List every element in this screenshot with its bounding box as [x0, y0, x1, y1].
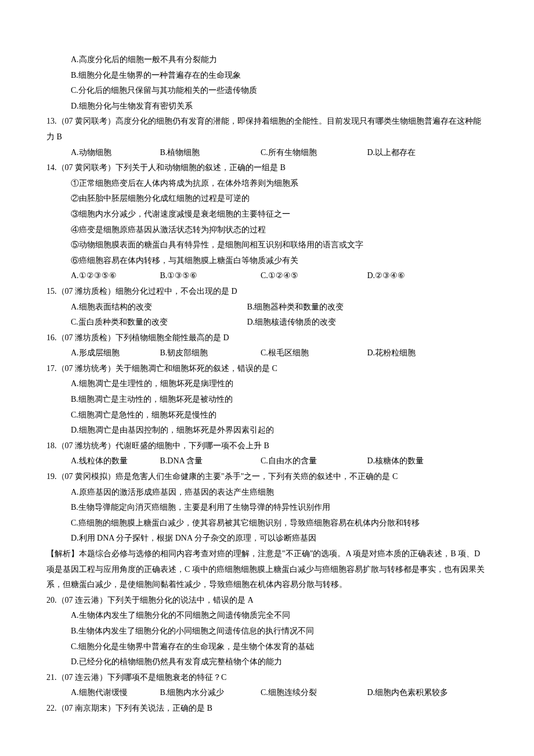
q14-opt-c: C.①②④⑤: [261, 268, 365, 284]
q21-opt-a: A.细胞代谢缓慢: [71, 685, 158, 701]
q17-opt-b: B.细胞凋亡是主动性的，细胞坏死是被动性的: [46, 392, 488, 408]
q18-stem: 18.（07 潍坊统考）代谢旺盛的细胞中，下列哪一项不会上升 B: [46, 438, 488, 454]
q20-opt-c: C.细胞分化是生物界中普遍存在的生命现象，是生物个体发育的基础: [46, 639, 488, 655]
q13-opt-b: B.植物细胞: [160, 145, 259, 161]
q13-stem: 13.（07 黄冈联考）高度分化的细胞仍有发育的潜能，即保持着细胞的全能性。目前…: [46, 114, 488, 145]
q15-row1: A.细胞表面结构的改变 B.细胞器种类和数量的改变: [46, 300, 488, 315]
q14-options: A.①②③⑤⑥ B.①③⑤⑥ C.①②④⑤ D.②③④⑥: [46, 268, 488, 284]
pre-option-d: D.细胞分化与生物发育有密切关系: [46, 99, 488, 114]
q18-opt-a: A.线粒体的数量: [71, 453, 158, 469]
q14-opt-a: A.①②③⑤⑥: [71, 268, 158, 284]
q14-s1: ①正常细胞癌变后在人体内将成为抗原，在体外培养则为细胞系: [46, 176, 488, 192]
q14-opt-d: D.②③④⑥: [367, 268, 454, 284]
q15-opt-d: D.细胞核遗传物质的改变: [247, 315, 421, 330]
q13-opt-d: D.以上都存在: [367, 145, 454, 161]
q17-opt-a: A.细胞凋亡是生理性的，细胞坏死是病理性的: [46, 376, 488, 392]
q21-opt-c: C.细胞连续分裂: [261, 685, 365, 701]
q20-opt-b: B.生物体内发生了细胞分化的小同细胞之间遗传信息的执行情况不同: [46, 624, 488, 639]
q14-stem: 14.（07 黄冈联考）下列关于人和动物细胞的叙述，正确的一组是 B: [46, 160, 488, 176]
q16-opt-b: B.韧皮部细胞: [160, 345, 259, 361]
q21-opt-b: B.细胞内水分减少: [160, 685, 259, 701]
q13-opt-a: A.动物细胞: [71, 145, 158, 161]
q14-s5: ⑤动物细胞膜表面的糖蛋白具有特异性，是细胞间相互识别和联络用的语言或文字: [46, 237, 488, 253]
q14-s3: ③细胞内水分减少，代谢速度减慢是衰老细胞的主要特征之一: [46, 207, 488, 222]
q15-row2: C.蛋白质种类和数量的改变 D.细胞核遗传物质的改变: [46, 315, 488, 330]
pre-option-a: A.高度分化后的细胞一般不具有分裂能力: [46, 52, 488, 68]
q18-opt-b: B.DNA 含量: [160, 453, 259, 469]
q16-opt-a: A.形成层细胞: [71, 345, 158, 361]
q19-opt-d: D.利用 DNA 分子探针，根据 DNA 分子杂交的原理，可以诊断癌基因: [46, 531, 488, 546]
q17-stem: 17.（07 潍坊统考）关于细胞凋亡和细胞坏死的叙述，错误的是 C: [46, 361, 488, 377]
q14-s6: ⑥癌细胞容易在体内转移，与其细胞膜上糖蛋白等物质减少有关: [46, 253, 488, 269]
q15-stem: 15.（07 潍坊质检）细胞分化过程中，不会出现的是 D: [46, 284, 488, 300]
q16-opt-d: D.花粉粒细胞: [367, 345, 454, 361]
q13-options: A.动物细胞 B.植物细胞 C.所有生物细胞 D.以上都存在: [46, 145, 488, 161]
q15-opt-a: A.细胞表面结构的改变: [71, 300, 245, 315]
q18-options: A.线粒体的数量 B.DNA 含量 C.自由水的含量 D.核糖体的数量: [46, 453, 488, 469]
q20-stem: 20.（07 连云港）下列关于细胞分化的说法中，错误的是 A: [46, 593, 488, 609]
q17-opt-d: D.细胞凋亡是由基因控制的，细胞坏死是外界因素引起的: [46, 423, 488, 438]
q21-options: A.细胞代谢缓慢 B.细胞内水分减少 C.细胞连续分裂 D.细胞内色素积累较多: [46, 685, 488, 701]
q16-opt-c: C.根毛区细胞: [261, 345, 365, 361]
q14-opt-b: B.①③⑤⑥: [160, 268, 259, 284]
q20-opt-a: A.生物体内发生了细胞分化的不同细胞之间遗传物质完全不同: [46, 608, 488, 624]
q17-opt-c: C.细胞凋亡是急性的，细胞坏死是慢性的: [46, 408, 488, 423]
q21-stem: 21.（07 连云港）下列哪项不是细胞衰老的特征？C: [46, 670, 488, 686]
q21-opt-d: D.细胞内色素积累较多: [367, 685, 454, 701]
pre-option-b: B.细胞分化是生物界的一种普遍存在的生命现象: [46, 68, 488, 84]
q15-opt-b: B.细胞器种类和数量的改变: [247, 300, 421, 315]
q13-opt-c: C.所有生物细胞: [261, 145, 365, 161]
q16-stem: 16.（07 潍坊质检）下列植物细胞全能性最高的是 D: [46, 330, 488, 346]
q14-s2: ②由胚胎中胚层细胞分化成红细胞的过程是可逆的: [46, 191, 488, 207]
q19-opt-b: B.生物导弹能定向消灭癌细胞，主要是利用了生物导弹的特异性识别作用: [46, 500, 488, 516]
q22-stem: 22.（07 南京期末）下列有关说法，正确的是 B: [46, 701, 488, 717]
q15-opt-c: C.蛋白质种类和数量的改变: [71, 315, 245, 330]
q19-opt-a: A.原癌基因的激活形成癌基因，癌基因的表达产生癌细胞: [46, 485, 488, 501]
q19-stem: 19.（07 黄冈模拟）癌是危害人们生命健康的主要"杀手"之一，下列有关癌的叙述…: [46, 469, 488, 485]
q20-opt-d: D.已经分化的植物细胞仍然具有发育成完整植物个体的能力: [46, 654, 488, 670]
q18-opt-d: D.核糖体的数量: [367, 453, 454, 469]
q18-opt-c: C.自由水的含量: [261, 453, 365, 469]
q19-analysis: 【解析】本题综合必修与选修的相同内容考查对癌的理解，注意是"不正确"的选项。A …: [46, 546, 488, 593]
q16-options: A.形成层细胞 B.韧皮部细胞 C.根毛区细胞 D.花粉粒细胞: [46, 345, 488, 361]
q19-opt-c: C.癌细胞的细胞膜上糖蛋白减少，使其容易被其它细胞识别，导致癌细胞容易在机体内分…: [46, 516, 488, 531]
q14-s4: ④癌变是细胞原癌基因从激活状态转为抑制状态的过程: [46, 222, 488, 238]
pre-option-c: C.分化后的细胞只保留与其功能相关的一些遗传物质: [46, 83, 488, 99]
